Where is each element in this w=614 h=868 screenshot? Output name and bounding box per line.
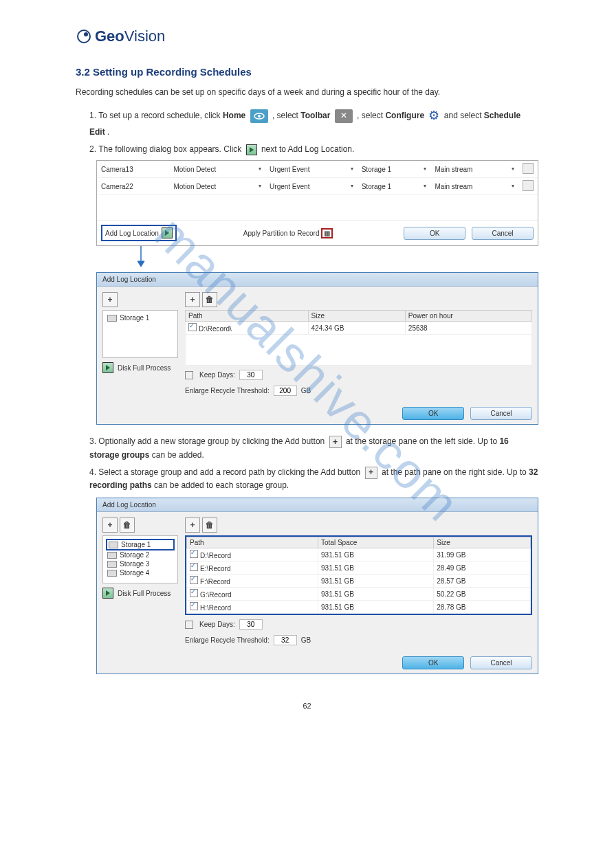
keep-days-input-d1[interactable] [239, 370, 263, 380]
col-size-d2: Size [434, 537, 531, 548]
add-log-play-icon[interactable] [162, 227, 173, 238]
stream-dd-13[interactable]: Main stream [430, 161, 518, 178]
logo: GeoVision [76, 27, 576, 45]
ok-button-top[interactable]: OK [404, 227, 465, 240]
keep-days-label-d1: Keep Days: [199, 371, 235, 379]
disk-icon [107, 552, 117, 559]
apply-partition-label: Apply Partition to Record [243, 230, 320, 237]
storage-dd-13[interactable]: Storage 1 [358, 161, 431, 178]
step4-mid: at the path pane on the right side. Up t… [382, 467, 529, 477]
apply-partition-icon[interactable]: ▦ [321, 228, 333, 238]
disk-icon [107, 315, 117, 322]
disk-icon [107, 570, 117, 577]
col-power-d1: Power on hour [405, 311, 531, 322]
add-path-btn-d2[interactable]: + [185, 518, 200, 533]
gb-label-d1: GB [301, 387, 311, 394]
cancel-button-d2[interactable]: Cancel [470, 656, 532, 669]
play-icon [246, 144, 257, 155]
row-check[interactable] [190, 589, 198, 597]
storage-2-d2[interactable]: Storage 2 [106, 550, 175, 559]
disk-full-label-d1[interactable]: Disk Full Process [118, 364, 171, 372]
section-title: 3.2 Setting up Recording Schedules [76, 66, 576, 78]
mode-dd-13[interactable]: Motion Detect [169, 161, 265, 178]
storage-1-d2[interactable]: Storage 1 [106, 539, 175, 550]
path-table-d1: Path Size Power on hour D:\Record\ 424.3… [185, 310, 532, 366]
row-check[interactable] [190, 602, 198, 610]
table-row[interactable]: F:\Record931.51 GB28.57 GB [187, 575, 531, 588]
size-val-d1: 424.34 GB [308, 322, 405, 335]
row-check[interactable] [190, 550, 198, 558]
add-log-dialog-2: Add Log Location +🗑 Storage 1 Storage 2 … [96, 498, 538, 674]
col-path-d1: Path [186, 311, 309, 322]
storage-4-d2[interactable]: Storage 4 [106, 568, 175, 577]
logo-main: Geo [95, 27, 124, 45]
cancel-button-d1[interactable]: Cancel [470, 407, 532, 420]
ok-button-d1[interactable]: OK [402, 407, 464, 420]
enlarge-input-d2[interactable] [274, 635, 297, 645]
enlarge-label-d1: Enlarge Recycle Threshold: [185, 387, 270, 394]
dialog1-title: Add Log Location [97, 273, 538, 287]
tools-icon: ✕ [335, 109, 353, 123]
storage-list-d2[interactable]: Storage 1 Storage 2 Storage 3 Storage 4 [102, 535, 178, 583]
gear-icon: ⚙ [428, 106, 439, 126]
power-val-d1: 25638 [405, 322, 531, 335]
event-dd-22[interactable]: Urgent Event [265, 178, 358, 195]
keep-days-check-d2[interactable] [185, 621, 193, 629]
disk-icon [107, 561, 117, 568]
delete-storage-btn-d2[interactable]: 🗑 [120, 518, 135, 533]
path-check-d1[interactable] [188, 323, 197, 331]
svg-point-1 [84, 32, 88, 36]
add-storage-btn-d2[interactable]: + [102, 518, 118, 533]
delete-path-btn-d1[interactable]: 🗑 [202, 292, 217, 307]
path-table-d2: Path Total Space Size D:\Record931.51 GB… [186, 537, 531, 614]
keep-days-check-d1[interactable] [185, 371, 193, 379]
step1-configure: Configure [385, 111, 424, 120]
step3-end: can be added. [152, 450, 204, 460]
storage-1-item[interactable]: Storage 1 [120, 314, 149, 322]
step1-toolbar: Toolbar [300, 111, 330, 120]
table-row[interactable]: D:\Record\ 424.34 GB 25638 [186, 322, 532, 335]
disk-full-icon-d1[interactable] [102, 362, 113, 373]
ok-button-d2[interactable]: OK [402, 656, 464, 669]
table-row[interactable]: D:\Record931.51 GB31.99 GB [187, 548, 531, 561]
disk-full-label-d2[interactable]: Disk Full Process [118, 590, 171, 597]
mode-dd-22[interactable]: Motion Detect [169, 178, 265, 195]
step1-mid1: , select [272, 111, 300, 120]
keep-days-input-d2[interactable] [239, 619, 263, 630]
add-log-location-link[interactable]: Add Log Location [105, 230, 159, 237]
step1-prefix: 1. To set up a record schedule, click [89, 111, 223, 120]
camera-settings-table: Camera13 Motion Detect Urgent Event Stor… [96, 160, 538, 246]
storage-list-d1[interactable]: Storage 1 [102, 310, 178, 358]
arrow-connector [134, 246, 576, 267]
step4-end: can be added to each storage group. [154, 480, 289, 490]
table-row[interactable]: E:\Record931.51 GB28.49 GB [187, 561, 531, 575]
delete-path-btn-d2[interactable]: 🗑 [202, 518, 217, 533]
step-3: 3. Optionally add a new storage group by… [89, 435, 538, 461]
storage-3-d2[interactable]: Storage 3 [106, 559, 175, 568]
col-size-d1: Size [308, 311, 405, 322]
intro-text: Recording schedules can be set up on spe… [76, 86, 538, 99]
add-storage-btn-d1[interactable]: + [102, 292, 118, 307]
event-dd-13[interactable]: Urgent Event [265, 161, 358, 178]
storage-dd-22[interactable]: Storage 1 [358, 178, 431, 195]
logo-sub: Vision [124, 27, 166, 45]
table-row[interactable]: H:\Record931.51 GB28.78 GB [187, 601, 531, 614]
step3-prefix: 3. Optionally add a new storage group by… [89, 436, 327, 446]
step-4: 4. Select a storage group and add a reco… [89, 466, 538, 492]
enlarge-input-d1[interactable] [274, 386, 297, 396]
stream-dd-22[interactable]: Main stream [430, 178, 518, 195]
gb-label-d2: GB [301, 636, 311, 644]
table-row[interactable]: G:\Record931.51 GB50.22 GB [187, 588, 531, 601]
disk-full-icon-d2[interactable] [102, 588, 113, 599]
row-check[interactable] [190, 563, 198, 571]
col-total-d2: Total Space [318, 537, 434, 548]
plus-icon-step3: + [329, 436, 342, 448]
step2-end: next to Add Log Location. [261, 144, 354, 154]
add-path-btn-d1[interactable]: + [185, 292, 200, 307]
settings-icon-13[interactable] [523, 163, 534, 174]
step-1: 1. To set up a record schedule, click Ho… [89, 106, 538, 139]
settings-icon-22[interactable] [523, 180, 534, 191]
svg-point-0 [78, 30, 90, 43]
row-check[interactable] [190, 576, 198, 584]
cancel-button-top[interactable]: Cancel [472, 227, 534, 240]
